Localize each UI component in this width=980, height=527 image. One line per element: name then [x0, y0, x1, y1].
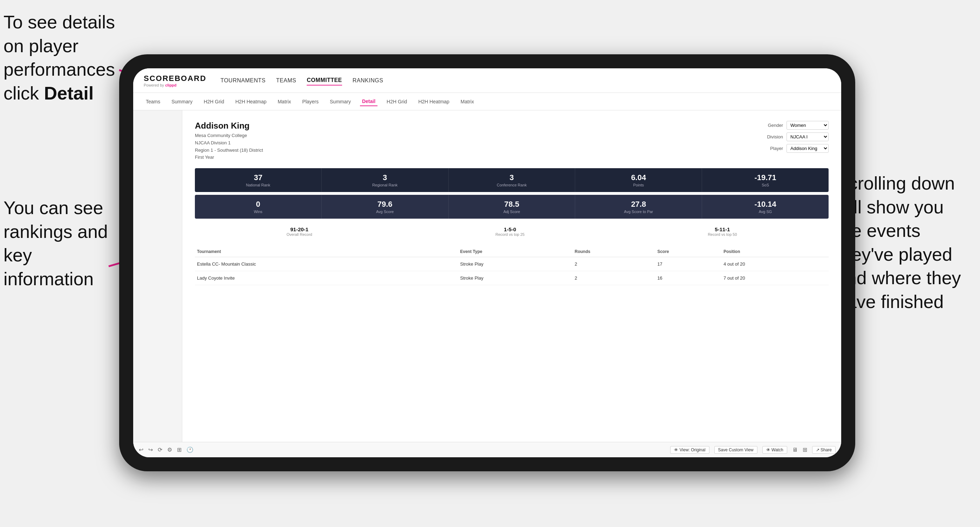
- grid-icon[interactable]: ⊞: [803, 446, 807, 453]
- stat-regional-rank-label: Regional Rank: [325, 183, 445, 187]
- share-label: Share: [821, 448, 832, 452]
- position-2: 7 out of 20: [721, 271, 829, 285]
- subnav-detail[interactable]: Detail: [360, 97, 377, 106]
- player-select[interactable]: Addison King: [786, 144, 829, 153]
- record-top25: 1-5-0 Record vs top 25: [496, 226, 525, 237]
- stat-avg-score-par: 27.8 Avg Score to Par: [575, 195, 702, 219]
- stat-avg-sg-label: Avg SG: [706, 210, 825, 214]
- watch-button[interactable]: 👁 Watch: [762, 446, 787, 454]
- table-row: Estella CC- Mountain Classic Stroke Play…: [195, 257, 829, 271]
- annotation-bottom-left: You can see rankings and key information: [3, 196, 123, 291]
- view-original-label: View: Original: [679, 448, 706, 452]
- record-top50: 5-11-1 Record vs top 50: [708, 226, 737, 237]
- records-row: 91-20-1 Overall Record 1-5-0 Record vs t…: [195, 224, 829, 239]
- record-top50-value: 5-11-1: [708, 226, 737, 232]
- division-label: Division: [762, 134, 783, 140]
- stat-national-rank-label: National Rank: [198, 183, 318, 187]
- subnav-summary2[interactable]: Summary: [328, 97, 353, 106]
- annotation-detail-bold: Detail: [44, 83, 94, 103]
- player-filters: Gender Women Men Division NJCAA I: [762, 121, 829, 153]
- stat-points-label: Points: [579, 183, 698, 187]
- view-original-button[interactable]: 👁 View: Original: [670, 446, 709, 454]
- record-top25-value: 1-5-0: [496, 226, 525, 232]
- player-region: Region 1 - Southwest (18) District: [195, 148, 263, 153]
- record-top25-label: Record vs top 25: [496, 232, 525, 237]
- stats-row-1: 37 National Rank 3 Regional Rank 3 Confe…: [195, 168, 829, 192]
- stat-wins-value: 0: [198, 200, 318, 209]
- share-button[interactable]: ↗ Share: [812, 446, 835, 454]
- player-college: Mesa Community College: [195, 133, 247, 138]
- col-tournament: Tournament: [195, 246, 458, 257]
- stat-avg-sg-value: -10.14: [706, 200, 825, 209]
- tournament-name-2: Lady Coyote Invite: [195, 271, 458, 285]
- event-type-1: Stroke Play: [458, 257, 573, 271]
- gender-label: Gender: [762, 123, 783, 128]
- save-custom-button[interactable]: Save Custom View: [714, 446, 757, 454]
- nav-committee[interactable]: COMMITTEE: [307, 76, 342, 86]
- tournament-table: Tournament Event Type Rounds Score Posit…: [195, 246, 829, 285]
- screen-icon[interactable]: 🖥: [792, 447, 798, 453]
- gender-select[interactable]: Women Men: [786, 121, 829, 130]
- view-icon: 👁: [674, 448, 679, 452]
- col-event-type: Event Type: [458, 246, 573, 257]
- undo-icon[interactable]: ↩: [139, 446, 143, 453]
- stat-points: 6.04 Points: [575, 168, 702, 192]
- sidebar: [133, 110, 182, 442]
- division-select[interactable]: NJCAA I: [786, 132, 829, 141]
- subnav-players[interactable]: Players: [300, 97, 321, 106]
- watch-label: Watch: [772, 448, 783, 452]
- col-position: Position: [721, 246, 829, 257]
- clock-icon[interactable]: 🕐: [186, 446, 194, 453]
- settings-icon[interactable]: ⚙: [167, 446, 172, 453]
- logo-clippd: clippd: [165, 83, 176, 87]
- player-division: NJCAA Division 1: [195, 140, 231, 145]
- stat-sos-value: -19.71: [706, 173, 825, 182]
- rounds-2: 2: [573, 271, 655, 285]
- stat-avg-score-par-label: Avg Score to Par: [579, 210, 698, 214]
- stat-wins: 0 Wins: [195, 195, 322, 219]
- stat-avg-score-value: 79.6: [325, 200, 445, 209]
- annotation-rankings-line2: rankings and: [3, 221, 108, 242]
- detail-panel: Addison King Mesa Community College NJCA…: [182, 110, 841, 442]
- subnav-h2h-grid[interactable]: H2H Grid: [202, 97, 226, 106]
- zoom-icon[interactable]: ⊞: [177, 446, 181, 453]
- player-name: Addison King: [195, 121, 263, 131]
- stat-avg-score-par-value: 27.8: [579, 200, 698, 209]
- sub-nav: Teams Summary H2H Grid H2H Heatmap Matri…: [133, 93, 841, 110]
- record-overall-label: Overall Record: [286, 232, 312, 237]
- stat-avg-score-label: Avg Score: [325, 210, 445, 214]
- nav-tournaments[interactable]: TOURNAMENTS: [221, 76, 266, 85]
- subnav-teams[interactable]: Teams: [144, 97, 162, 106]
- share-icon: ↗: [816, 448, 821, 452]
- annotation-top-left: To see details on player performances cl…: [3, 11, 130, 105]
- subnav-summary[interactable]: Summary: [169, 97, 194, 106]
- stat-sos-label: SoS: [706, 183, 825, 187]
- top-nav: SCOREBOARD Powered by clippd TOURNAMENTS…: [133, 68, 841, 93]
- nav-teams[interactable]: TEAMS: [276, 76, 296, 85]
- subnav-matrix2[interactable]: Matrix: [458, 97, 476, 106]
- col-rounds: Rounds: [573, 246, 655, 257]
- nav-rankings[interactable]: RANKINGS: [353, 76, 383, 85]
- stat-wins-label: Wins: [198, 210, 318, 214]
- subnav-h2h-heatmap2[interactable]: H2H Heatmap: [416, 97, 452, 106]
- position-1: 4 out of 20: [721, 257, 829, 271]
- subnav-h2h-heatmap[interactable]: H2H Heatmap: [234, 97, 269, 106]
- record-overall: 91-20-1 Overall Record: [286, 226, 312, 237]
- logo-sub: Powered by clippd: [144, 83, 207, 87]
- annotation-right: Scrolling down will show you the events …: [836, 172, 977, 314]
- subnav-matrix[interactable]: Matrix: [275, 97, 293, 106]
- stat-regional-rank: 3 Regional Rank: [322, 168, 449, 192]
- record-top50-label: Record vs top 50: [708, 232, 737, 237]
- stat-adj-score-value: 78.5: [452, 200, 572, 209]
- redo-icon[interactable]: ↪: [148, 446, 153, 453]
- player-label: Player: [762, 146, 783, 151]
- tablet-screen: SCOREBOARD Powered by clippd TOURNAMENTS…: [133, 68, 841, 457]
- stat-conference-rank-value: 3: [452, 173, 572, 182]
- player-year: First Year: [195, 154, 214, 160]
- subnav-h2h-grid2[interactable]: H2H Grid: [385, 97, 409, 106]
- top-nav-links: TOURNAMENTS TEAMS COMMITTEE RANKINGS: [221, 76, 383, 86]
- refresh-icon[interactable]: ⟳: [158, 446, 162, 453]
- stat-adj-score: 78.5 Adj Score: [449, 195, 576, 219]
- main-content: Addison King Mesa Community College NJCA…: [133, 110, 841, 442]
- rounds-1: 2: [573, 257, 655, 271]
